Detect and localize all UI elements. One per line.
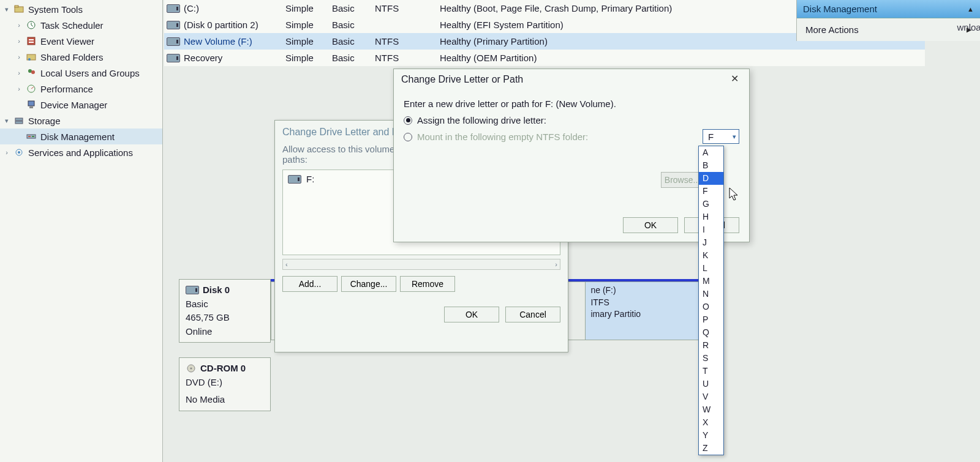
dropdown-item[interactable]: L: [699, 262, 723, 275]
option-label: Mount in the following empty NTFS folder…: [417, 132, 588, 142]
tree-label: Disk Management: [40, 132, 115, 142]
collapse-icon: ▲: [967, 6, 974, 13]
dropdown-item[interactable]: K: [699, 249, 723, 262]
actions-more[interactable]: More Actions ▶: [797, 18, 980, 41]
actions-pane-header[interactable]: Disk Management ▲: [797, 0, 980, 18]
dropdown-item[interactable]: H: [699, 211, 723, 223]
tree-item-services[interactable]: › Services and Applications: [0, 144, 162, 160]
ok-button[interactable]: OK: [444, 307, 499, 322]
shared-folder-icon: [26, 51, 37, 62]
volume-name: New Volume (F:): [184, 36, 252, 47]
tree-item-shared-folders[interactable]: › Shared Folders: [0, 49, 162, 65]
tree-label: Services and Applications: [28, 147, 133, 158]
chevron-right-icon: ›: [4, 149, 10, 156]
drive-icon: [167, 4, 180, 13]
disk-state: Online: [186, 325, 264, 339]
svg-point-7: [28, 58, 31, 61]
tree-item-device-manager[interactable]: Device Manager: [0, 97, 162, 113]
add-button[interactable]: Add...: [282, 276, 337, 292]
device-icon: [26, 99, 37, 110]
ok-button[interactable]: OK: [623, 217, 678, 233]
change-button[interactable]: Change...: [341, 276, 396, 292]
tree-item-task-scheduler[interactable]: › Task Scheduler: [0, 17, 162, 33]
volume-name: (Disk 0 partition 2): [184, 20, 258, 30]
volume-fs: NTFS: [375, 3, 440, 13]
svg-rect-5: [29, 42, 34, 43]
tree-item-storage[interactable]: ▾ Storage: [0, 113, 162, 129]
volume-name: Recovery: [184, 53, 222, 63]
drive-icon: [167, 54, 180, 62]
tree-label: Local Users and Groups: [40, 68, 140, 78]
navigation-tree: ▾ System Tools › Task Scheduler › Event …: [0, 0, 163, 462]
dropdown-item[interactable]: Z: [699, 442, 723, 455]
chevron-down-icon: ▾: [4, 117, 10, 125]
list-item-label: F:: [306, 174, 314, 184]
dropdown-item[interactable]: D: [699, 172, 723, 185]
dropdown-item[interactable]: V: [699, 390, 723, 403]
svg-rect-3: [28, 37, 35, 45]
tree-item-system-tools[interactable]: ▾ System Tools: [0, 1, 162, 17]
close-button[interactable]: ✕: [726, 73, 743, 86]
svg-point-9: [31, 70, 35, 74]
tree-item-disk-management[interactable]: Disk Management: [0, 129, 162, 144]
option-assign-letter[interactable]: Assign the following drive letter:: [404, 115, 739, 125]
dialog-titlebar[interactable]: Change Drive Letter or Path ✕: [394, 69, 749, 90]
dropdown-item[interactable]: A: [699, 146, 723, 159]
svg-rect-14: [15, 121, 23, 124]
tree-item-performance[interactable]: › Performance: [0, 81, 162, 97]
tree-label: Device Manager: [40, 100, 107, 110]
dropdown-item[interactable]: Q: [699, 326, 723, 339]
remove-button[interactable]: Remove: [400, 276, 455, 292]
dropdown-item[interactable]: M: [699, 275, 723, 288]
dropdown-item[interactable]: J: [699, 236, 723, 249]
horizontal-scrollbar[interactable]: ‹›: [282, 259, 560, 270]
option-label: Assign the following drive letter:: [417, 115, 546, 125]
drive-icon: [288, 175, 301, 184]
dropdown-item[interactable]: U: [699, 378, 723, 390]
dropdown-item[interactable]: O: [699, 300, 723, 313]
volume-type: Basic: [332, 3, 375, 13]
tree-label: Event Viewer: [40, 36, 94, 47]
dropdown-item[interactable]: X: [699, 416, 723, 429]
dropdown-item[interactable]: S: [699, 352, 723, 365]
drive-letter-combobox[interactable]: F ▾: [703, 129, 739, 144]
drive-icon: [167, 21, 180, 29]
tree-item-local-users[interactable]: › Local Users and Groups: [0, 65, 162, 81]
disk-type: Basic: [186, 297, 264, 311]
tree-label: Performance: [40, 84, 93, 94]
dropdown-item[interactable]: Y: [699, 429, 723, 442]
dropdown-item[interactable]: P: [699, 313, 723, 326]
drive-letter-dropdown[interactable]: ABDFGHIJKLMNOPQRSTUVWXYZ: [698, 146, 724, 455]
dropdown-item[interactable]: I: [699, 223, 723, 236]
actions-more-label: More Actions: [805, 24, 859, 35]
svg-point-19: [18, 151, 20, 154]
seg-line: ne (F:): [590, 285, 712, 297]
dropdown-item[interactable]: T: [699, 365, 723, 378]
disk-size: 465,75 GB: [186, 311, 264, 325]
disk-mgmt-icon: [26, 131, 37, 142]
disk-name: CD-ROM 0: [200, 362, 246, 376]
tree-label: Storage: [28, 116, 61, 126]
cancel-button[interactable]: Cancel: [505, 307, 560, 322]
disk-icon: [186, 286, 199, 294]
dropdown-item[interactable]: N: [699, 288, 723, 300]
dialog-title: Change Drive Letter or Path: [401, 74, 523, 85]
dropdown-item[interactable]: G: [699, 198, 723, 211]
volume-layout: Simple: [285, 20, 332, 30]
combobox-value: F: [708, 132, 714, 142]
dropdown-item[interactable]: W: [699, 403, 723, 416]
dropdown-item[interactable]: B: [699, 159, 723, 172]
disk-info[interactable]: Disk 0 Basic 465,75 GB Online: [179, 279, 271, 343]
volume-row[interactable]: Recovery Simple Basic NTFS Healthy (OEM …: [164, 50, 925, 66]
dropdown-item[interactable]: F: [699, 185, 723, 198]
chevron-right-icon: ›: [16, 21, 22, 29]
disk-info[interactable]: CD-ROM 0 DVD (E:) No Media: [179, 357, 271, 411]
chevron-down-icon: ▾: [733, 133, 736, 141]
tree-item-event-viewer[interactable]: › Event Viewer: [0, 33, 162, 49]
performance-icon: [26, 83, 37, 94]
chevron-right-icon: ›: [16, 37, 22, 45]
dropdown-item[interactable]: R: [699, 339, 723, 352]
tree-label: System Tools: [28, 4, 83, 15]
option-mount-folder[interactable]: Mount in the following empty NTFS folder…: [404, 132, 739, 142]
volume-layout: Simple: [285, 53, 332, 63]
